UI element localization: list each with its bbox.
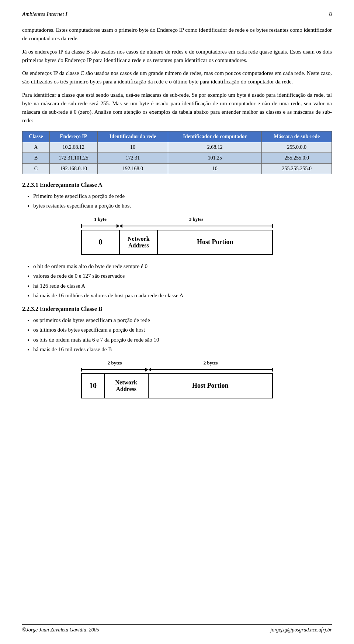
- table-cell: 255.255.255.0: [262, 163, 332, 174]
- page-footer: ©Jorge Juan Zavaleta Gavidia, 2005 jorge…: [22, 624, 332, 633]
- table-cell: C: [22, 163, 50, 174]
- bullet-item: há mais de 16 milhões de valores de host…: [33, 291, 332, 300]
- col-header-endereco: Endereço IP: [49, 131, 97, 142]
- bullet-item: bytes restantes especificam a porção de …: [33, 202, 332, 210]
- table-cell: B: [22, 153, 50, 163]
- bullet-item: os bits de ordem mais alta 6 e 7 da porç…: [33, 336, 332, 344]
- section-2231-title: 2.2.3.1 Endereçamento Classe A: [22, 182, 332, 188]
- diagram-b-boxes: 10 Network Address Host Portion: [81, 373, 273, 398]
- table-cell: 172.31.101.25: [49, 153, 97, 163]
- header-title: Ambientes Internet I: [22, 11, 67, 17]
- section-2231-bullets: Primeiro byte especifica a porção de red…: [33, 192, 332, 210]
- table-cell: 255.255.0.0: [262, 153, 332, 163]
- diagram-b-label-right: 2 bytes: [204, 360, 218, 366]
- diagram-a-label-left: 1 byte: [94, 216, 107, 222]
- diagram-b-host-label: Host Portion: [192, 382, 229, 390]
- diagram-a-brackets: [81, 223, 273, 229]
- diagram-a-boxes: 0 Network Address Host Portion: [81, 230, 273, 255]
- table-row: B172.31.101.25172.31101.25255.255.0.0: [22, 153, 332, 163]
- diagram-b-label-left: 2 bytes: [108, 360, 122, 366]
- bullet-item: os últimos dois bytes especificam a porç…: [33, 326, 332, 334]
- section-2232-bullets: os primeiros dois bytes especificam a po…: [33, 316, 332, 354]
- header-page-number: 8: [329, 11, 332, 17]
- diagram-class-a: 1 byte 3 bytes 0: [81, 216, 273, 255]
- page-header: Ambientes Internet I 8: [22, 11, 332, 19]
- bullet-item: os primeiros dois bytes especificam a po…: [33, 316, 332, 325]
- page: Ambientes Internet I 8 computadores. Est…: [0, 0, 354, 644]
- section-2232-title: 2.2.3.2 Endereçamento Classe B: [22, 306, 332, 312]
- diagram-b-network-label1: Network: [115, 379, 137, 386]
- diagram-b-box-left-value: 10: [89, 381, 97, 390]
- diagram-a-network-label2: Address: [128, 242, 149, 249]
- bullet-item: o bit de ordem mais alto do byte de rede…: [33, 262, 332, 271]
- col-header-id-computador: Identificador do computador: [168, 131, 262, 142]
- diagram-a-host-label: Host Portion: [197, 238, 233, 246]
- col-header-id-rede: Identificador da rede: [97, 131, 168, 142]
- diagram-a-network-label1: Network: [128, 236, 150, 242]
- table-cell: A: [22, 142, 50, 153]
- bullet-item: Primeiro byte especifica a porção de red…: [33, 192, 332, 201]
- diagram-a-box-left-value: 0: [99, 238, 103, 246]
- section-2231-bullets2: o bit de ordem mais alto do byte de rede…: [33, 262, 332, 300]
- bullet-item: há 126 rede de classe A: [33, 282, 332, 290]
- table-cell: 10: [168, 163, 262, 174]
- ip-class-table: Classe Endereço IP Identificador da rede…: [22, 131, 332, 174]
- paragraph-2: Já os endereços IP da classe B são usado…: [22, 48, 332, 65]
- diagram-class-b: 2 bytes 2 bytes 10 Net: [81, 360, 273, 398]
- diagram-b-brackets: [81, 367, 273, 373]
- table-cell: 255.0.0.0: [262, 142, 332, 153]
- table-cell: 10: [97, 142, 168, 153]
- bullet-item: há mais de 16 mil redes classe de B: [33, 345, 332, 354]
- table-row: C192.168.0.10192.168.010255.255.255.0: [22, 163, 332, 174]
- table-cell: 172.31: [97, 153, 168, 163]
- table-cell: 10.2.68.12: [49, 142, 97, 153]
- diagram-b-network-label2: Address: [116, 386, 136, 393]
- footer-left: ©Jorge Juan Zavaleta Gavidia, 2005: [22, 627, 99, 633]
- col-header-mascara: Máscara de sub-rede: [262, 131, 332, 142]
- diagram-a-labels: 1 byte 3 bytes: [81, 216, 273, 222]
- diagram-a-label-right: 3 bytes: [189, 216, 204, 222]
- table-cell: 192.168.0.10: [49, 163, 97, 174]
- table-cell: 101.25: [168, 153, 262, 163]
- diagram-b-labels: 2 bytes 2 bytes: [81, 360, 273, 366]
- table-cell: 2.68.12: [168, 142, 262, 153]
- footer-right: jorgejzg@posgrad.nce.ufrj.br: [270, 627, 332, 633]
- table-row: A10.2.68.12102.68.12255.0.0.0: [22, 142, 332, 153]
- paragraph-3: Os endereços IP da classe C são usados n…: [22, 69, 332, 86]
- paragraph-4: Para identificar a classe que está sendo…: [22, 91, 332, 125]
- col-header-classe: Classe: [22, 131, 50, 142]
- table-cell: 192.168.0: [97, 163, 168, 174]
- paragraph-1: computadores. Estes computadores usam o …: [22, 26, 332, 43]
- bullet-item: valores de rede de 0 e 127 são reservado…: [33, 272, 332, 280]
